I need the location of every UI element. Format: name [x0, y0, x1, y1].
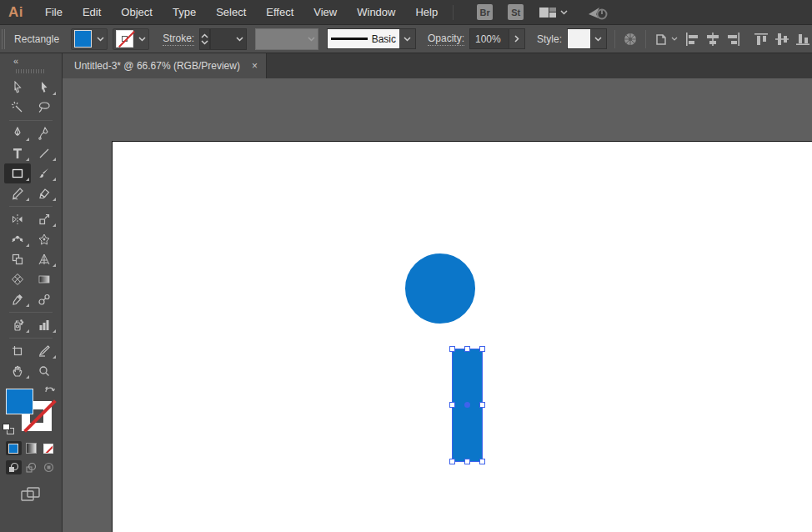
slice-tool[interactable] — [31, 341, 58, 361]
selection-tool[interactable] — [4, 78, 31, 98]
opacity-value[interactable]: 100% — [470, 29, 509, 48]
selection-handle[interactable] — [464, 346, 470, 352]
gradient-tool[interactable] — [31, 269, 58, 289]
artboard-tool[interactable] — [4, 341, 31, 361]
menu-help[interactable]: Help — [405, 0, 448, 24]
menu-effect[interactable]: Effect — [256, 0, 303, 24]
puppet-warp-tool[interactable] — [31, 229, 58, 249]
selection-handle[interactable] — [449, 459, 455, 464]
selection-handle[interactable] — [449, 402, 455, 408]
stroke-panel-link[interactable]: Stroke: — [163, 33, 194, 46]
align-top-icon[interactable] — [752, 30, 770, 48]
document-tab-bar: Untitled-3* @ 66.67% (RGB/Preview) × — [63, 53, 812, 78]
draw-normal-button[interactable] — [6, 460, 22, 474]
chevron-down-icon — [399, 29, 415, 48]
line-segment-tool[interactable] — [31, 143, 58, 163]
pen-tool[interactable] — [4, 123, 31, 143]
selection-handle[interactable] — [479, 459, 485, 464]
direct-selection-tool[interactable] — [31, 78, 58, 98]
share-icon[interactable] — [586, 4, 609, 21]
stroke-style-dropdown[interactable]: Basic — [327, 28, 416, 49]
stroke-style-preview — [331, 38, 368, 40]
perspective-grid-tool[interactable] — [31, 249, 58, 269]
selection-handle[interactable] — [479, 346, 485, 352]
align-middle-v-icon[interactable] — [773, 30, 791, 48]
symbol-sprayer-tool[interactable] — [4, 315, 31, 335]
align-right-icon[interactable] — [724, 30, 743, 48]
change-screen-mode-icon[interactable] — [0, 486, 62, 503]
chevron-down-icon — [233, 37, 246, 42]
eraser-tool[interactable] — [31, 183, 58, 203]
column-graph-tool[interactable] — [31, 315, 58, 335]
curvature-tool[interactable] — [31, 123, 58, 143]
eyedropper-tool[interactable] — [4, 289, 31, 309]
control-bar-grip[interactable] — [2, 29, 6, 49]
fill-color-dropdown[interactable] — [71, 28, 108, 50]
none-button[interactable] — [41, 441, 57, 455]
chevron-down-icon — [305, 37, 318, 42]
color-button[interactable] — [6, 441, 22, 455]
donut-shape[interactable] — [405, 253, 475, 324]
canvas[interactable] — [63, 78, 812, 532]
paintbrush-tool[interactable] — [31, 163, 58, 183]
close-tab-icon[interactable]: × — [252, 60, 258, 72]
selection-handle[interactable] — [464, 459, 470, 464]
align-left-icon[interactable] — [683, 30, 701, 48]
style-swatch — [568, 29, 590, 48]
stroke-style-value: Basic — [372, 33, 396, 45]
stock-icon[interactable]: St — [508, 4, 524, 20]
lasso-tool[interactable] — [31, 98, 58, 118]
swap-fill-stroke-icon[interactable] — [44, 384, 56, 395]
menu-edit[interactable]: Edit — [73, 0, 111, 24]
selection-center-point[interactable] — [464, 402, 470, 408]
document-setup-dropdown[interactable] — [654, 32, 678, 47]
opacity-field[interactable]: 100% — [469, 28, 525, 49]
magic-wand-tool[interactable] — [4, 98, 31, 118]
bridge-icon[interactable]: Br — [477, 4, 493, 20]
menu-file[interactable]: File — [35, 0, 73, 24]
rectangle-tool[interactable] — [4, 163, 31, 183]
fill-proxy-swatch[interactable] — [6, 389, 33, 414]
selection-handle[interactable] — [479, 402, 485, 408]
control-bar: Rectangle Stroke: Basic — [0, 24, 812, 53]
draw-inside-button[interactable] — [41, 460, 57, 474]
chevron-right-icon[interactable] — [509, 29, 524, 48]
hand-tool[interactable] — [4, 361, 31, 381]
menu-type[interactable]: Type — [163, 0, 206, 24]
align-center-h-icon[interactable] — [704, 30, 722, 48]
graphic-style-dropdown[interactable] — [567, 28, 607, 49]
menu-window[interactable]: Window — [347, 0, 405, 24]
menu-select[interactable]: Select — [206, 0, 256, 24]
menu-object[interactable]: Object — [111, 0, 163, 24]
reflect-tool[interactable] — [4, 209, 31, 229]
panel-grip[interactable] — [0, 68, 62, 75]
document-tab[interactable]: Untitled-3* @ 66.67% (RGB/Preview) × — [63, 53, 267, 78]
width-tool[interactable] — [4, 229, 31, 249]
illustrator-logo: Ai — [8, 4, 23, 21]
collapse-panel-button[interactable]: « — [13, 56, 19, 66]
type-tool[interactable] — [4, 143, 31, 163]
stroke-color-dropdown[interactable] — [113, 28, 149, 50]
selection-handle[interactable] — [449, 346, 455, 352]
default-fill-stroke-icon[interactable] — [3, 424, 14, 434]
divider — [9, 120, 53, 121]
blend-tool[interactable] — [31, 289, 58, 309]
globe-icon[interactable] — [623, 32, 638, 47]
draw-behind-button[interactable] — [23, 460, 39, 474]
divider — [9, 206, 53, 207]
stroke-weight-stepper[interactable] — [199, 28, 210, 50]
workspace-switcher[interactable] — [539, 6, 568, 19]
shape-builder-tool[interactable] — [4, 249, 31, 269]
context-label: Rectangle — [14, 33, 59, 45]
mesh-tool[interactable] — [4, 269, 31, 289]
scale-tool[interactable] — [31, 209, 58, 229]
menu-view[interactable]: View — [303, 0, 347, 24]
stroke-weight-dropdown[interactable] — [210, 28, 247, 50]
shaper-tool[interactable] — [4, 183, 31, 203]
gradient-button[interactable] — [23, 441, 39, 455]
chevron-down-icon — [94, 37, 107, 42]
align-bottom-icon[interactable] — [794, 30, 812, 48]
zoom-tool[interactable] — [31, 361, 58, 381]
artboard[interactable] — [112, 141, 812, 532]
opacity-panel-link[interactable]: Opacity: — [428, 33, 464, 46]
